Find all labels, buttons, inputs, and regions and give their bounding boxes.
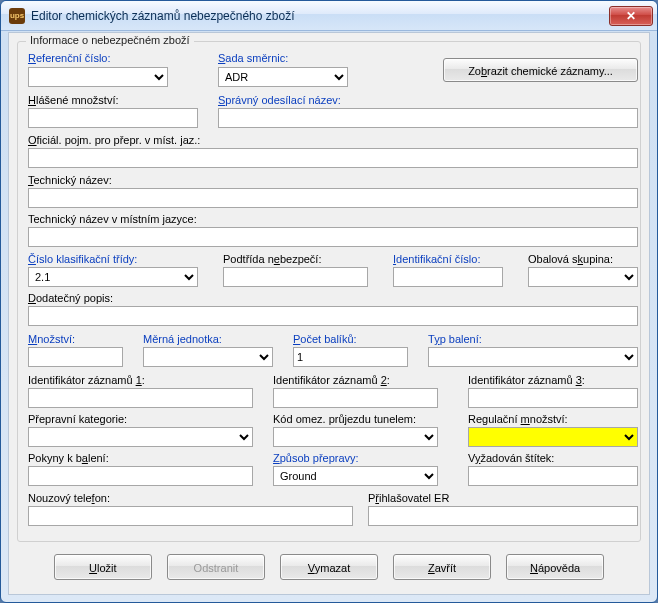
technical-name-local-input[interactable] [28,227,638,247]
packing-instructions-input[interactable] [28,466,253,486]
label-id-number: Identifikační číslo: [393,253,480,265]
titlebar[interactable]: ups Editor chemických záznamů nebezpečné… [1,1,657,31]
label-local-shipping-name: Oficiál. pojm. pro přepr. v míst. jaz.: [28,134,200,146]
label-record-id-2: Identifikátor záznamů 2: [273,374,390,386]
label-transport-category: Přepravní kategorie: [28,413,127,425]
local-shipping-name-input[interactable] [28,148,638,168]
label-additional-desc: Dodatečný popis: [28,292,113,304]
sub-risk-input[interactable] [223,267,368,287]
close-icon[interactable]: ✕ [609,6,653,26]
label-reference-number: Referenční číslo: [28,52,111,64]
tunnel-code-select[interactable] [273,427,438,447]
label-regulation-set: Sada směrnic: [218,52,288,64]
transport-mode-select[interactable]: Ground [273,466,438,486]
reference-number-select[interactable] [28,67,168,87]
label-tunnel-code: Kód omez. průjezdu tunelem: [273,413,416,425]
packing-group-select[interactable] [528,267,638,287]
label-record-id-1: Identifikátor záznamů 1: [28,374,145,386]
uom-select[interactable] [143,347,273,367]
label-record-id-3: Identifikátor záznamů 3: [468,374,585,386]
package-type-select[interactable] [428,347,638,367]
client-area: Informace o nebezpečném zboží Referenční… [8,32,650,595]
record-id-3-input[interactable] [468,388,638,408]
emergency-phone-input[interactable] [28,506,353,526]
shipping-name-input[interactable] [218,108,638,128]
group-hazmat-info: Informace o nebezpečném zboží Referenční… [17,41,641,542]
additional-desc-input[interactable] [28,306,638,326]
id-number-input[interactable] [393,267,503,287]
window-frame: ups Editor chemických záznamů nebezpečné… [0,0,658,603]
label-required-input[interactable] [468,466,638,486]
label-sub-risk: Podtřída nebezpečí: [223,253,321,265]
label-packing-instructions: Pokyny k balení: [28,452,109,464]
label-label-required: Vyžadován štítek: [468,452,554,464]
app-icon: ups [9,8,25,24]
window-title: Editor chemických záznamů nebezpečného z… [31,9,609,23]
class-number-select[interactable]: 2.1 [28,267,198,287]
clear-button[interactable]: Vymazat [280,554,378,580]
label-technical-name: Technický název: [28,174,112,186]
label-technical-name-local: Technický název v místním jazyce: [28,213,197,225]
transport-category-select[interactable] [28,427,253,447]
close-button[interactable]: Zavřít [393,554,491,580]
save-button[interactable]: Uložit [54,554,152,580]
regulated-quantity-select[interactable] [468,427,638,447]
label-uom: Měrná jednotka: [143,333,222,345]
label-emergency-phone: Nouzový telefon: [28,492,110,504]
help-button[interactable]: Nápověda [506,554,604,580]
record-id-1-input[interactable] [28,388,253,408]
label-er-registrant: Přihlašovatel ER [368,492,449,504]
label-reported-quantity: Hlášené množství: [28,94,119,106]
label-regulated-quantity: Regulační množství: [468,413,568,425]
reported-quantity-input[interactable] [28,108,198,128]
label-class-number: Číslo klasifikační třídy: [28,253,137,265]
label-shipping-name: Správný odesílací název: [218,94,341,106]
regulation-set-select[interactable]: ADR [218,67,348,87]
label-quantity: Množství: [28,333,75,345]
label-transport-mode: Způsob přepravy: [273,452,359,464]
delete-button[interactable]: Odstranit [167,554,265,580]
package-count-input[interactable] [293,347,408,367]
quantity-input[interactable] [28,347,123,367]
footer-buttons: Uložit Odstranit Vymazat Zavřít Nápověda [17,554,641,582]
label-package-count: Počet balíků: [293,333,357,345]
label-packing-group: Obalová skupina: [528,253,613,265]
er-registrant-input[interactable] [368,506,638,526]
record-id-2-input[interactable] [273,388,438,408]
label-package-type: Typ balení: [428,333,482,345]
view-chemical-records-button[interactable]: Zobrazit chemické záznamy... [443,58,638,82]
group-legend: Informace o nebezpečném zboží [26,34,194,46]
technical-name-input[interactable] [28,188,638,208]
